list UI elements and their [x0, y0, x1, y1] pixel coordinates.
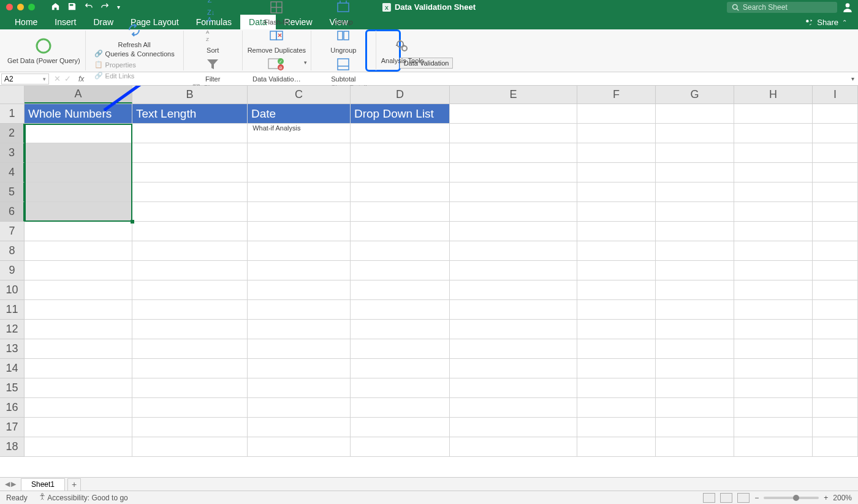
row-header-18[interactable]: 18	[0, 437, 25, 457]
cell[interactable]	[132, 359, 248, 378]
row-header-3[interactable]: 3	[0, 143, 25, 163]
close-window-button[interactable]	[6, 4, 13, 10]
cell[interactable]	[656, 261, 734, 280]
cell[interactable]	[734, 320, 813, 339]
row-header-12[interactable]: 12	[0, 320, 25, 339]
cell[interactable]	[248, 182, 351, 202]
cell[interactable]	[132, 339, 248, 359]
selection-fill-handle[interactable]	[131, 220, 134, 224]
cell[interactable]	[25, 124, 132, 143]
cell[interactable]	[450, 300, 577, 320]
cell[interactable]	[25, 378, 132, 398]
cell[interactable]	[734, 182, 813, 202]
column-header-f[interactable]: F	[577, 86, 656, 103]
tab-draw[interactable]: Draw	[85, 15, 122, 29]
user-account-icon[interactable]	[842, 2, 853, 13]
cell[interactable]	[656, 320, 734, 339]
cell[interactable]	[656, 378, 734, 398]
cell[interactable]	[734, 339, 813, 359]
cell[interactable]	[25, 182, 132, 202]
sort-az-button[interactable]: A↓Z	[202, 0, 224, 6]
cell[interactable]	[351, 437, 450, 457]
cell[interactable]	[734, 300, 813, 320]
row-header-6[interactable]: 6	[0, 202, 25, 222]
cell[interactable]	[248, 143, 351, 163]
column-header-a[interactable]: A	[25, 86, 132, 103]
cell[interactable]	[656, 143, 734, 163]
cell[interactable]	[813, 378, 858, 398]
cell[interactable]	[450, 261, 577, 280]
cell[interactable]	[577, 241, 656, 261]
expand-formula-bar-icon[interactable]: ▾	[847, 75, 858, 82]
cell[interactable]	[656, 437, 734, 457]
cell[interactable]	[25, 163, 132, 182]
refresh-all-button[interactable]: Refresh All	[118, 20, 151, 48]
cell[interactable]	[25, 143, 132, 163]
row-header-17[interactable]: 17	[0, 418, 25, 437]
cell[interactable]	[25, 202, 132, 222]
cell[interactable]	[132, 202, 248, 222]
zoom-level[interactable]: 200%	[833, 494, 852, 502]
row-header-10[interactable]: 10	[0, 280, 25, 300]
cell[interactable]	[656, 280, 734, 300]
cell[interactable]	[813, 339, 858, 359]
cell[interactable]	[813, 261, 858, 280]
cell[interactable]	[25, 398, 132, 418]
cell[interactable]	[132, 143, 248, 163]
enter-formula-icon[interactable]: ✓	[64, 74, 71, 83]
cell[interactable]	[656, 222, 734, 241]
row-header-11[interactable]: 11	[0, 300, 25, 320]
cell[interactable]	[351, 339, 450, 359]
name-box[interactable]: A2▾	[1, 73, 49, 85]
cell[interactable]	[577, 104, 656, 124]
add-sheet-button[interactable]: +	[67, 478, 81, 491]
cell[interactable]	[734, 261, 813, 280]
cell[interactable]	[813, 143, 858, 163]
cell[interactable]: Text Length	[132, 104, 248, 124]
cell[interactable]	[813, 241, 858, 261]
cell[interactable]	[450, 280, 577, 300]
cell[interactable]	[248, 320, 351, 339]
cell[interactable]	[813, 437, 858, 457]
cell[interactable]	[450, 143, 577, 163]
zoom-out-button[interactable]: −	[754, 494, 759, 502]
cell[interactable]	[656, 359, 734, 378]
cell[interactable]	[450, 202, 577, 222]
cell[interactable]	[656, 339, 734, 359]
cell[interactable]	[351, 143, 450, 163]
cell[interactable]	[25, 261, 132, 280]
home-icon[interactable]	[51, 2, 60, 13]
cell[interactable]	[450, 339, 577, 359]
cell[interactable]	[656, 418, 734, 437]
column-header-c[interactable]: C	[248, 86, 351, 103]
cell[interactable]	[734, 378, 813, 398]
cell[interactable]	[248, 163, 351, 182]
cell[interactable]	[132, 222, 248, 241]
cell[interactable]	[132, 163, 248, 182]
cell[interactable]	[656, 241, 734, 261]
row-header-4[interactable]: 4	[0, 163, 25, 182]
cell[interactable]	[577, 163, 656, 182]
cell[interactable]	[450, 378, 577, 398]
cell[interactable]	[132, 261, 248, 280]
cell[interactable]	[248, 359, 351, 378]
cell[interactable]	[813, 182, 858, 202]
row-header-7[interactable]: 7	[0, 222, 25, 241]
analysis-tools-button[interactable]: Analysis Tools	[381, 36, 424, 64]
cell[interactable]	[656, 398, 734, 418]
qat-overflow-icon[interactable]: ▾	[117, 4, 120, 10]
cell[interactable]	[577, 280, 656, 300]
undo-icon[interactable]	[84, 2, 93, 13]
cell[interactable]	[351, 163, 450, 182]
cell[interactable]	[734, 222, 813, 241]
queries-connections-button[interactable]: 🔗Queries & Connections	[93, 49, 176, 59]
cell[interactable]	[132, 300, 248, 320]
cell[interactable]	[734, 104, 813, 124]
cell[interactable]	[132, 320, 248, 339]
cell[interactable]	[25, 437, 132, 457]
cell[interactable]	[577, 261, 656, 280]
cell[interactable]	[577, 182, 656, 202]
column-header-b[interactable]: B	[132, 86, 248, 103]
row-header-8[interactable]: 8	[0, 241, 25, 261]
cell[interactable]	[25, 300, 132, 320]
